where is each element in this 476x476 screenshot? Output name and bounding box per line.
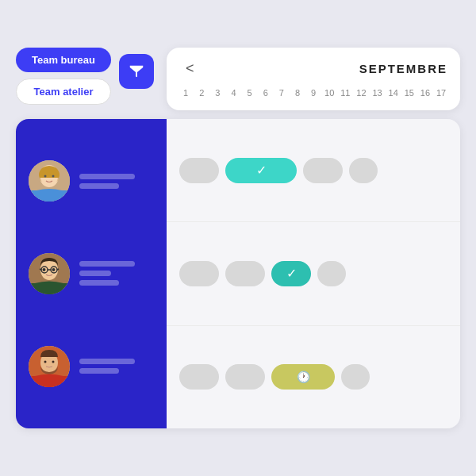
calendar-day: 12 <box>355 88 367 98</box>
person-name-line <box>79 261 135 267</box>
shift-empty <box>225 364 265 390</box>
calendar-day: 3 <box>211 88 224 98</box>
svg-point-16 <box>52 268 56 271</box>
person-row <box>29 160 154 202</box>
shift-empty <box>179 158 219 183</box>
calendar-day: 4 <box>227 88 240 98</box>
person-info <box>79 174 135 189</box>
svg-point-15 <box>43 268 46 271</box>
calendar-days: 1234567891011121314151617 <box>179 88 447 98</box>
calendar-day: 14 <box>387 88 400 98</box>
calendar-day: 6 <box>259 88 272 98</box>
shift-empty <box>179 261 219 286</box>
svg-point-6 <box>52 175 55 178</box>
person-name-line <box>79 359 135 364</box>
people-sidebar <box>16 119 167 428</box>
shift-filled: ✓ <box>225 158 297 183</box>
check-icon: ✓ <box>286 266 297 281</box>
clock-icon: 🕐 <box>297 370 310 383</box>
person-extra-line <box>79 280 119 286</box>
app-container: Team bureau Team atelier < SEPTEMBRE 123… <box>16 48 460 428</box>
schedule-row: ✓ <box>167 222 460 325</box>
calendar-day: 7 <box>275 88 288 98</box>
schedule-row: ✓ <box>167 119 460 222</box>
calendar-day: 17 <box>435 88 447 98</box>
schedule-row: 🕐 <box>167 326 460 428</box>
calendar-day: 9 <box>307 88 320 98</box>
calendar-day: 8 <box>291 88 304 98</box>
calendar-day: 1 <box>179 88 192 98</box>
person-role-line <box>79 368 119 374</box>
person-info <box>79 359 135 374</box>
person-role-line <box>79 271 111 276</box>
calendar-day: 15 <box>403 88 416 98</box>
calendar-panel: < SEPTEMBRE 1234567891011121314151617 <box>167 48 460 110</box>
avatar <box>29 160 70 202</box>
calendar-day: 16 <box>419 88 432 98</box>
team-atelier-button[interactable]: Team atelier <box>16 79 111 105</box>
calendar-day: 5 <box>244 88 256 98</box>
svg-point-21 <box>52 360 55 363</box>
avatar <box>29 346 70 387</box>
calendar-day: 13 <box>371 88 384 98</box>
svg-line-14 <box>57 269 59 270</box>
shift-clock: 🕐 <box>271 364 335 390</box>
shift-filled: ✓ <box>271 261 311 286</box>
calendar-month: SEPTEMBRE <box>359 62 447 75</box>
team-bureau-button[interactable]: Team bureau <box>16 48 111 72</box>
avatar <box>29 253 70 294</box>
schedule-rows: ✓ ✓ 🕐 <box>167 119 460 428</box>
shift-empty <box>303 158 343 183</box>
person-name-line <box>79 174 135 179</box>
shift-empty-small <box>349 158 378 183</box>
person-row <box>29 253 154 294</box>
shift-empty-small <box>341 364 370 390</box>
svg-line-13 <box>40 269 41 270</box>
calendar-back-button[interactable]: < <box>179 57 201 80</box>
person-row <box>29 346 154 387</box>
calendar-day: 2 <box>195 88 208 98</box>
schedule-grid: ✓ ✓ 🕐 <box>16 119 460 428</box>
calendar-header: < SEPTEMBRE <box>179 57 447 80</box>
person-role-line <box>79 183 119 189</box>
calendar-day: 10 <box>323 88 336 98</box>
shift-empty <box>179 364 219 390</box>
shift-empty <box>225 261 265 286</box>
person-info <box>79 261 135 286</box>
team-panel: Team bureau Team atelier <box>16 48 143 105</box>
svg-point-20 <box>44 360 47 363</box>
check-icon: ✓ <box>256 163 267 178</box>
calendar-day: 11 <box>339 88 351 98</box>
svg-point-5 <box>44 175 47 178</box>
shift-empty-small <box>317 261 346 286</box>
